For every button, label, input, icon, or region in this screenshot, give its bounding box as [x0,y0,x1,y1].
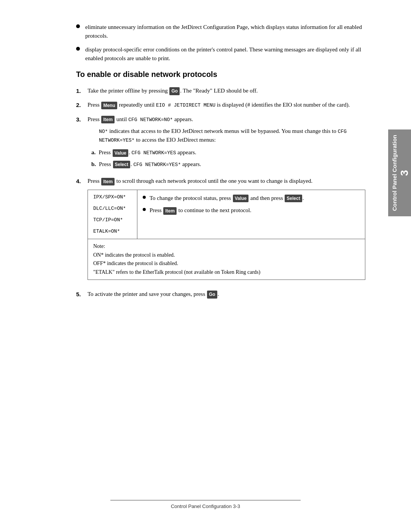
proto-dlc: DLC/LLC=ON* [93,205,132,212]
protocol-right-col: To change the protocol status, press Val… [137,190,365,239]
bullet-text-1: eliminate unnecessary information on the… [85,23,365,40]
protocol-note: Note: ON* indicates the protocol is enab… [88,239,365,280]
note-etalk: "ETALK" refers to the EtherTalk protocol… [93,268,360,276]
content-area: eliminate unnecessary information on the… [76,23,365,299]
substep-b-code: CFG NETWORK=YES* [133,162,181,168]
proto-tcp: TCP/IP=ON* [93,217,132,224]
step-2-content: Press Menu repeatedly until EIO # JETDIR… [88,101,365,109]
protocol-table-body: IPX/SPX=ON* DLC/LLC=ON* TCP/IP=ON* ETALK… [88,190,365,239]
footer-text: Control Panel Configuration 3-3 [171,503,240,509]
step-1-number: 1. [76,86,84,95]
protocol-table: IPX/SPX=ON* DLC/LLC=ON* TCP/IP=ON* ETALK… [88,190,365,280]
step-3-yes-mono: CFG NETWORK=YES* [99,129,347,143]
side-tab: Control Panel Configuration 3 [388,129,411,216]
step-4-number: 4. [76,177,84,185]
footer-rule [110,500,301,500]
bullet-item-1: eliminate unnecessary information on the… [76,23,365,40]
value-button-2: Value [233,195,249,202]
value-button-1: Value [113,149,128,157]
step-3-code-1: CFG NETWORK=NO* [128,117,173,123]
page-container: Control Panel Configuration 3 eliminate … [0,0,411,532]
go-button-2: Go [207,291,217,299]
bullet-text-2: display protocol-specific error conditio… [85,45,365,62]
side-tab-text: Control Panel Configuration [391,135,398,211]
substep-b: b. Press Select. CFG NETWORK=YES* appear… [91,160,365,169]
right-item-1: To change the protocol status, press Val… [143,194,360,203]
item-button-1: Item [101,116,115,124]
step-1-content: Take the printer offline by pressing Go.… [88,86,365,95]
item-button-3: Item [163,207,177,215]
step-3: 3. Press Item until CFG NETWORK=NO* appe… [76,115,365,172]
right-bullet-1 [143,196,146,199]
substep-a-label: a. [91,148,96,157]
note-label: Note: [93,242,360,251]
step-4-intro: Press Item to scroll through each networ… [88,178,312,184]
step-3-no-mono: NO* [99,129,108,134]
step-2-number: 2. [76,101,84,109]
side-tab-number: 3 [399,170,410,176]
section-heading: To enable or disable network protocols [76,70,365,79]
substep-a: a. Press Value. CFG NETWORK=YES appears. [91,148,365,157]
bullet-dot-1 [76,24,80,28]
select-button-2: Select [285,195,302,202]
step-4-content: Press Item to scroll through each networ… [88,177,365,284]
right-item-2: Press Item to continue to the next proto… [143,206,360,215]
step-4: 4. Press Item to scroll through each net… [76,177,365,284]
step-5: 5. To activate the printer and save your… [76,290,365,299]
bullet-item-2: display protocol-specific error conditio… [76,45,365,62]
step-3-intro: Press Item until CFG NETWORK=NO* appears… [88,116,193,122]
step-3-indented: NO* indicates that access to the EIO Jet… [99,127,365,145]
step-3-substeps: a. Press Value. CFG NETWORK=YES appears.… [91,148,365,168]
substep-a-code: CFG NETWORK=YES [132,150,176,156]
step-3-number: 3. [76,115,84,124]
step-5-content: To activate the printer and save your ch… [88,290,365,299]
go-button-1: Go [169,87,180,95]
substep-b-content: Press Select. CFG NETWORK=YES* appears. [99,160,201,169]
page-footer: Control Panel Configuration 3-3 [0,500,411,509]
intro-bullet-list: eliminate unnecessary information on the… [76,23,365,62]
step-2-code-1: EIO # JETDIRECT MENU [156,102,215,108]
select-button-1: Select [113,161,130,168]
substep-b-label: b. [91,160,96,169]
substep-a-content: Press Value. CFG NETWORK=YES appears. [99,148,196,157]
item-button-2: Item [101,178,115,186]
note-on: ON* indicates the protocol is enabled. [93,251,360,259]
step-3-content: Press Item until CFG NETWORK=NO* appears… [88,115,365,172]
right-text-1: To change the protocol status, press Val… [150,194,304,203]
step-2: 2. Press Menu repeatedly until EIO # JET… [76,101,365,109]
step-1: 1. Take the printer offline by pressing … [76,86,365,95]
right-text-2: Press Item to continue to the next proto… [150,206,251,215]
steps-list: 1. Take the printer offline by pressing … [76,86,365,284]
step-5-list: 5. To activate the printer and save your… [76,290,365,299]
step-5-number: 5. [76,290,84,299]
bullet-dot-2 [76,47,80,51]
proto-etalk: ETALK=ON* [93,228,132,235]
note-off: OFF* indicates the protocol is disabled. [93,259,360,268]
right-bullet-2 [143,208,146,211]
menu-button-1: Menu [101,102,117,110]
protocol-left-col: IPX/SPX=ON* DLC/LLC=ON* TCP/IP=ON* ETALK… [88,190,137,239]
proto-ipx: IPX/SPX=ON* [93,194,132,201]
